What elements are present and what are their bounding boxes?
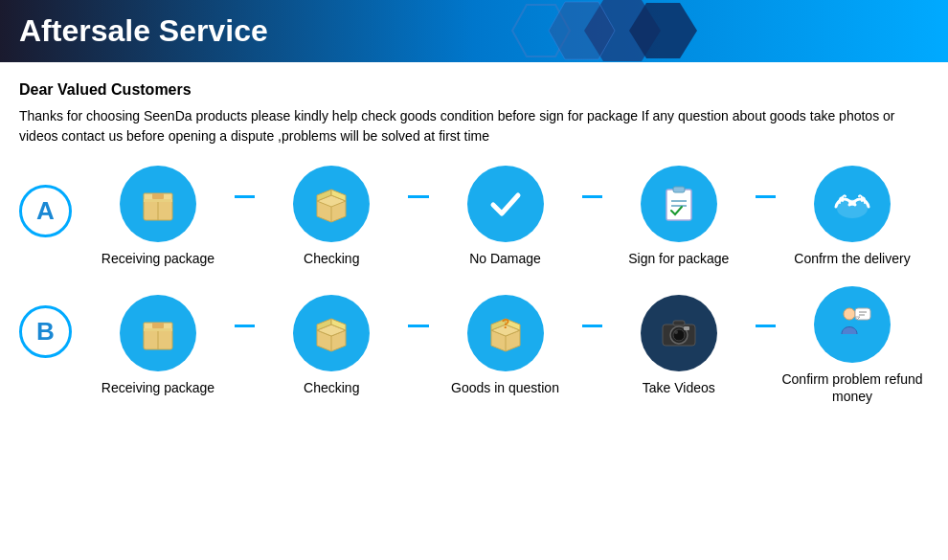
svg-rect-41 xyxy=(673,321,685,325)
step-label-checking-b: Checking xyxy=(304,379,359,396)
step-label-recv-pkg-b: Receiving package xyxy=(102,379,214,396)
svg-rect-42 xyxy=(684,326,689,330)
step-label-recv-pkg-a: Receiving package xyxy=(102,250,214,267)
svg-rect-8 xyxy=(152,193,164,199)
connector-b1 xyxy=(235,325,255,327)
step-icon-openbox-a xyxy=(293,166,370,242)
svg-point-40 xyxy=(674,330,678,334)
refund-person-icon xyxy=(828,301,876,348)
step-label-confirm-refund: Confirm problem refund money xyxy=(776,370,929,405)
step-icon-camera xyxy=(641,295,717,371)
step-label-no-damage: No Damage xyxy=(469,250,541,267)
row-a-label: A xyxy=(19,185,72,237)
step-icon-box-b xyxy=(120,295,196,371)
row-b-steps: Receiving package Checking xyxy=(81,286,929,405)
svg-rect-25 xyxy=(144,328,172,331)
step-confirm-delivery: Confrm the delivery xyxy=(776,166,929,267)
row-a-steps: Receiving package xyxy=(81,166,929,267)
step-label-checking-a: Checking xyxy=(304,250,359,267)
svg-rect-16 xyxy=(673,187,685,192)
flow-row-b: B Receiving package xyxy=(19,286,929,405)
step-label-confirm-delivery: Confrm the delivery xyxy=(794,250,910,267)
step-icon-openbox-b xyxy=(293,295,370,371)
connector-b2 xyxy=(408,325,428,327)
question-box-icon: ? xyxy=(482,309,530,357)
svg-point-20 xyxy=(848,200,856,206)
box-icon-b xyxy=(134,309,182,357)
connector-a3 xyxy=(582,195,602,198)
box-icon xyxy=(134,180,182,228)
connector-b3 xyxy=(582,325,602,327)
step-icon-box-a xyxy=(120,166,196,242)
step-recv-pkg-a: Receiving package xyxy=(81,166,235,267)
svg-rect-15 xyxy=(666,190,691,220)
intro-description: Thanks for choosing SeenDa products plea… xyxy=(19,106,929,146)
dear-heading: Dear Valued Customers xyxy=(19,81,929,99)
step-recv-pkg-b: Receiving package xyxy=(81,295,235,396)
step-confirm-refund: Confirm problem refund money xyxy=(776,286,929,405)
step-goods-question: ? Goods in question xyxy=(429,295,582,396)
svg-rect-24 xyxy=(152,323,164,328)
flow-row-a: A Receiving package xyxy=(19,166,929,267)
page-title: Aftersale Service xyxy=(19,13,268,49)
svg-rect-9 xyxy=(144,199,172,202)
step-take-videos: Take Videos xyxy=(602,295,756,396)
connector-a2 xyxy=(408,195,428,198)
step-checking-b: Checking xyxy=(255,295,408,396)
camera-icon xyxy=(655,309,703,357)
step-icon-checkmark xyxy=(467,166,544,242)
step-icon-refund-person xyxy=(814,286,891,363)
row-b-label: B xyxy=(19,305,72,358)
step-sign-pkg: Sign for package xyxy=(602,166,756,267)
step-icon-handshake xyxy=(814,166,891,242)
step-icon-question-box: ? xyxy=(467,295,544,371)
checkmark-icon xyxy=(482,180,530,228)
step-checking-a: Checking xyxy=(255,166,408,267)
clipboard-icon xyxy=(655,180,703,228)
header: Aftersale Service xyxy=(0,0,948,62)
svg-point-43 xyxy=(844,308,855,320)
open-box-icon-b xyxy=(307,309,355,357)
step-icon-clipboard xyxy=(641,166,717,242)
step-no-damage: No Damage xyxy=(429,166,582,267)
handshake-icon xyxy=(828,180,876,228)
connector-a4 xyxy=(756,195,776,198)
main-content: Dear Valued Customers Thanks for choosin… xyxy=(0,62,948,435)
connector-a1 xyxy=(235,195,255,198)
step-label-sign-pkg: Sign for package xyxy=(628,250,729,267)
step-label-take-videos: Take Videos xyxy=(643,379,715,396)
open-box-icon xyxy=(307,180,355,228)
connector-b4 xyxy=(756,325,776,327)
step-label-goods-question: Goods in question xyxy=(451,379,559,396)
svg-text:?: ? xyxy=(501,316,509,331)
header-hex-decoration xyxy=(469,0,756,62)
